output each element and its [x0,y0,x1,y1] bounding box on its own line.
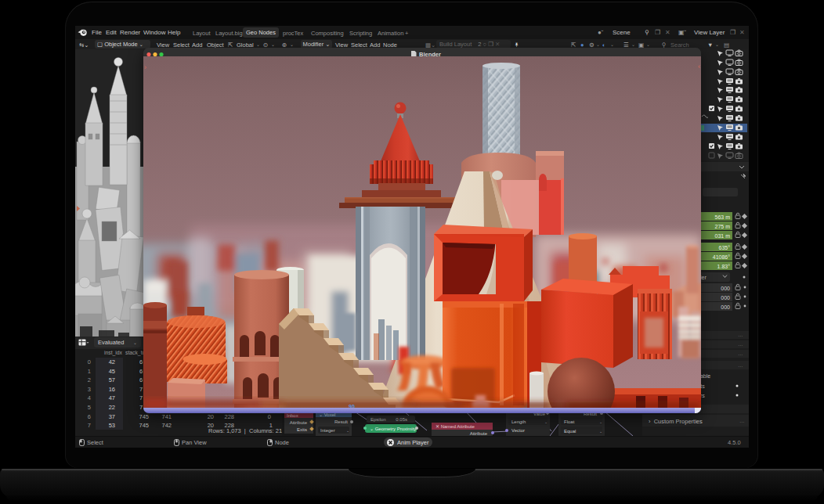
svg-text:Length: Length [511,419,526,424]
svg-text:Vector: Vector [511,428,525,433]
svg-text:Exits: Exits [297,427,307,432]
svg-text:✕ Named Attribute: ✕ Named Attribute [435,424,475,429]
svg-text:⌄: ⌄ [544,419,548,424]
svg-text:⋯: ⋯ [738,333,743,338]
svg-text:›: › [144,63,146,71]
svg-text:563 m: 563 m [715,214,731,220]
svg-text:275 m: 275 m [715,224,731,229]
svg-text:⋯: ⋯ [738,343,743,347]
svg-text:Float: Float [564,419,575,424]
svg-text:⋯: ⋯ [738,364,743,369]
svg-text:⌄: ⌄ [599,429,602,434]
svg-text:⌄: ⌄ [599,419,602,424]
svg-text:Result: Result [334,419,348,424]
svg-text:› Custom Properties: › Custom Properties [649,418,703,425]
svg-text:000: 000 [721,304,730,310]
svg-text:1.83°: 1.83° [717,264,731,269]
svg-text:⌄ Geometry Proximity: ⌄ Geometry Proximity [370,427,416,431]
svg-text:41086°: 41086° [713,254,730,260]
svg-text:⋯: ⋯ [739,419,744,424]
svg-text:Epsilon: Epsilon [370,417,386,422]
svg-text:‹: ‹ [698,63,700,70]
svg-text:031 m: 031 m [715,233,731,239]
svg-text:0.05s: 0.05s [396,417,407,422]
svg-text:⌄: ⌄ [346,428,349,433]
svg-text:Integer: Integer [320,428,335,433]
svg-text:Equal: Equal [564,429,576,434]
svg-text:Inbox: Inbox [287,413,298,418]
svg-text:000: 000 [721,286,730,291]
svg-text:000: 000 [721,295,730,301]
svg-text:Attribute: Attribute [290,420,308,425]
svg-text:ler: ler [700,275,707,280]
svg-text:⋯: ⋯ [738,352,743,357]
svg-text:635°: 635° [719,245,731,250]
